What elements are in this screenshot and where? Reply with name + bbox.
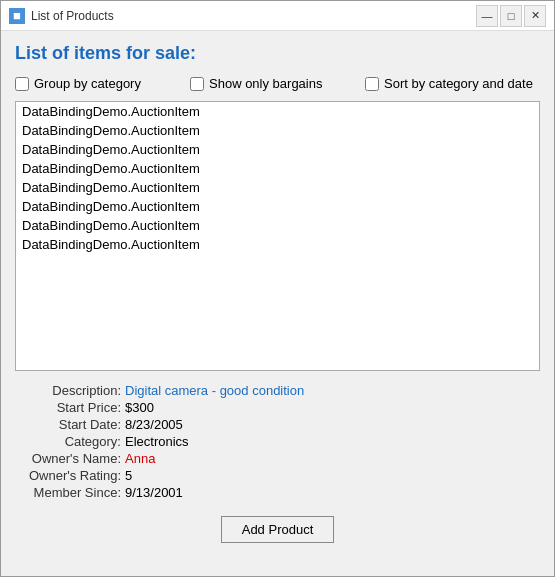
category-row: Category: Electronics <box>15 434 540 449</box>
main-window: ■ List of Products — □ ✕ List of items f… <box>0 0 555 577</box>
product-list[interactable]: DataBindingDemo.AuctionItemDataBindingDe… <box>15 101 540 371</box>
checkboxes-row: Group by category Show only bargains Sor… <box>15 76 540 91</box>
group-by-category-checkbox[interactable] <box>15 77 29 91</box>
owners-name-row: Owner's Name: Anna <box>15 451 540 466</box>
list-item[interactable]: DataBindingDemo.AuctionItem <box>16 197 539 216</box>
sort-by-category-date-checkbox[interactable] <box>365 77 379 91</box>
sort-by-category-date-label: Sort by category and date <box>384 76 533 91</box>
start-date-value: 8/23/2005 <box>125 417 183 432</box>
show-only-bargains-item: Show only bargains <box>190 76 365 91</box>
add-product-button[interactable]: Add Product <box>221 516 335 543</box>
list-item[interactable]: DataBindingDemo.AuctionItem <box>16 102 539 121</box>
start-price-label: Start Price: <box>15 400 125 415</box>
description-row: Description: Digital camera - good condi… <box>15 383 540 398</box>
title-bar-left: ■ List of Products <box>9 8 114 24</box>
member-since-value: 9/13/2001 <box>125 485 183 500</box>
owners-name-label: Owner's Name: <box>15 451 125 466</box>
owners-rating-row: Owner's Rating: 5 <box>15 468 540 483</box>
close-button[interactable]: ✕ <box>524 5 546 27</box>
window-controls: — □ ✕ <box>476 5 546 27</box>
list-item[interactable]: DataBindingDemo.AuctionItem <box>16 178 539 197</box>
start-date-label: Start Date: <box>15 417 125 432</box>
title-bar: ■ List of Products — □ ✕ <box>1 1 554 31</box>
list-item[interactable]: DataBindingDemo.AuctionItem <box>16 159 539 178</box>
group-by-category-item: Group by category <box>15 76 190 91</box>
maximize-button[interactable]: □ <box>500 5 522 27</box>
app-icon: ■ <box>9 8 25 24</box>
list-item[interactable]: DataBindingDemo.AuctionItem <box>16 235 539 254</box>
member-since-row: Member Since: 9/13/2001 <box>15 485 540 500</box>
start-price-row: Start Price: $300 <box>15 400 540 415</box>
owners-rating-label: Owner's Rating: <box>15 468 125 483</box>
window-title: List of Products <box>31 9 114 23</box>
sort-by-category-date-item: Sort by category and date <box>365 76 540 91</box>
start-date-row: Start Date: 8/23/2005 <box>15 417 540 432</box>
start-price-value: $300 <box>125 400 154 415</box>
group-by-category-label: Group by category <box>34 76 141 91</box>
owners-name-value: Anna <box>125 451 155 466</box>
description-value: Digital camera - good condition <box>125 383 304 398</box>
member-since-label: Member Since: <box>15 485 125 500</box>
category-label: Category: <box>15 434 125 449</box>
content-area: List of items for sale: Group by categor… <box>1 31 554 576</box>
show-only-bargains-checkbox[interactable] <box>190 77 204 91</box>
minimize-button[interactable]: — <box>476 5 498 27</box>
category-value: Electronics <box>125 434 189 449</box>
show-only-bargains-label: Show only bargains <box>209 76 322 91</box>
page-title: List of items for sale: <box>15 43 540 64</box>
list-item[interactable]: DataBindingDemo.AuctionItem <box>16 216 539 235</box>
list-item[interactable]: DataBindingDemo.AuctionItem <box>16 140 539 159</box>
list-item[interactable]: DataBindingDemo.AuctionItem <box>16 121 539 140</box>
owners-rating-value: 5 <box>125 468 132 483</box>
description-label: Description: <box>15 383 125 398</box>
details-section: Description: Digital camera - good condi… <box>15 383 540 500</box>
